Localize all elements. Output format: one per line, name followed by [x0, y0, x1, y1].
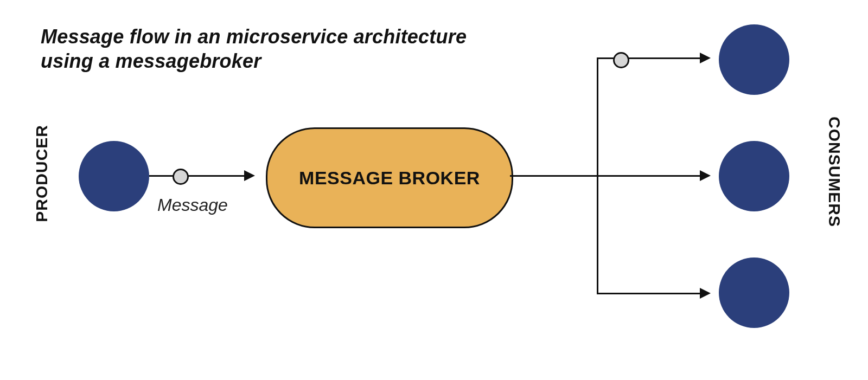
branch-vertical-line	[597, 57, 598, 293]
message-dot-icon	[173, 169, 189, 185]
title-line-1: Message flow in an microservice architec…	[41, 25, 467, 48]
arrow-broker-to-consumer-bottom-line	[597, 293, 700, 294]
consumers-label: CONSUMERS	[825, 117, 844, 227]
consumer-node	[719, 141, 789, 211]
diagram-canvas: Message flow in an microservice architec…	[0, 0, 868, 380]
title-line-2: using a messagebroker	[41, 50, 261, 72]
arrow-broker-to-consumer-bottom-head-icon	[700, 288, 711, 299]
message-broker-node: MESSAGE BROKER	[266, 127, 513, 228]
arrow-broker-to-consumer-top-head-icon	[700, 53, 711, 63]
arrow-broker-to-consumer-mid-line	[510, 175, 700, 177]
diagram-title: Message flow in an microservice architec…	[41, 24, 467, 73]
message-label: Message	[157, 195, 228, 215]
consumer-node	[719, 257, 789, 328]
arrow-broker-to-consumer-mid-head-icon	[700, 170, 711, 181]
producer-label: PRODUCER	[33, 125, 51, 222]
consumer-node	[719, 24, 789, 95]
arrow-broker-to-consumer-top-line	[597, 57, 700, 59]
arrow-producer-to-broker-line	[149, 175, 244, 177]
message-broker-label: MESSAGE BROKER	[299, 168, 480, 189]
producer-node	[79, 141, 149, 211]
message-dot-icon	[613, 52, 629, 68]
arrow-producer-to-broker-head-icon	[244, 170, 255, 181]
